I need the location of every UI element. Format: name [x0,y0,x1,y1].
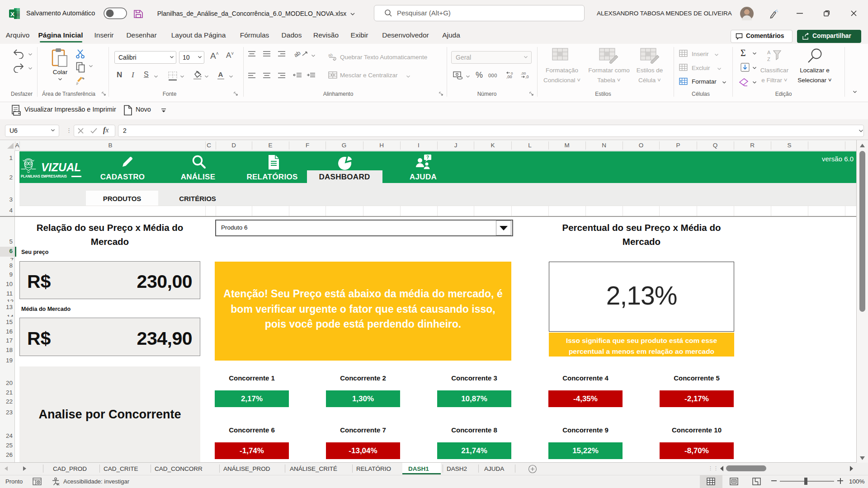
svg-text:A: A [767,50,771,55]
svg-text:0: 0 [511,71,513,75]
svg-text:X: X [10,11,14,18]
svg-text:A: A [218,70,223,78]
svg-text:?: ? [426,155,429,160]
svg-text:,0: ,0 [525,75,529,79]
svg-text:Z: Z [767,56,770,62]
svg-text:ab: ab [328,53,333,57]
